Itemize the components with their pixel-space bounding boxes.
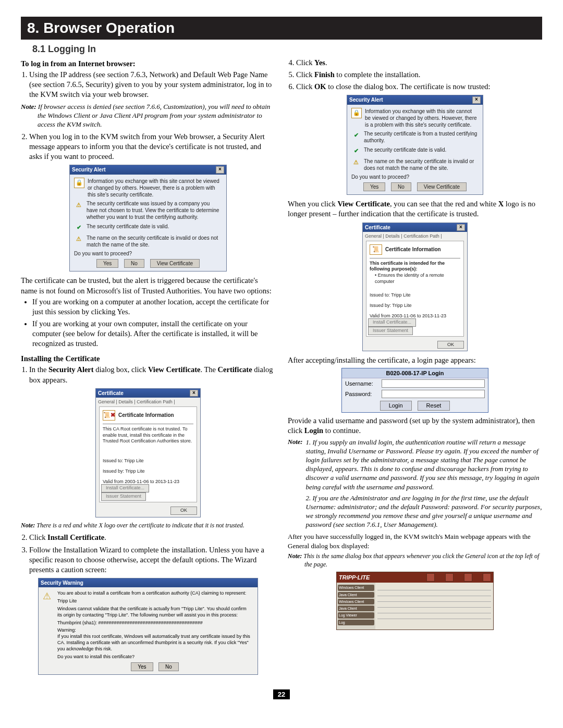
install-steps-right: Click Yes. Click Finish to complete the … — [296, 58, 542, 92]
note-red-x: Note: There is a red and white X logo ov… — [21, 522, 275, 530]
password-input[interactable] — [382, 390, 485, 398]
no-button[interactable]: No — [158, 662, 179, 671]
dialog-title: Security Alert — [72, 166, 106, 173]
options-list: If you are working on a computer at anot… — [32, 297, 275, 349]
install-steps: In the Security Alert dialog box, click … — [29, 365, 275, 385]
sidebar-item[interactable]: Windows Client — [338, 599, 374, 604]
step-4: Click Yes. — [296, 58, 542, 68]
login-title: B020-008-17-IP Login — [342, 368, 488, 379]
warning-icon: ⚠ — [74, 200, 83, 209]
chapter-title: 8. Browser Operation — [21, 17, 542, 40]
after-login-text: After you have successfully logged in, t… — [288, 532, 542, 550]
no-button[interactable]: No — [124, 259, 144, 268]
close-icon[interactable]: × — [190, 390, 198, 397]
check-icon: ✔ — [351, 130, 361, 140]
certificate-icon: 📜 — [370, 244, 382, 255]
no-button[interactable]: No — [391, 182, 411, 191]
warning-icon: ⚠ — [351, 158, 361, 167]
sidebar-item[interactable]: Log Viewer — [338, 612, 374, 618]
login-page-intro: After accepting/installing the certifica… — [288, 355, 542, 365]
certificate-icon: 📜✖ — [103, 410, 115, 421]
username-input[interactable] — [382, 379, 485, 388]
subhead-install-cert: Installing the Certificate — [21, 354, 275, 364]
provide-credentials: Provide a valid username and password (s… — [288, 416, 542, 436]
sidebar-item[interactable]: Java Client — [338, 592, 374, 598]
sidebar-item[interactable]: Java Client — [338, 606, 374, 611]
certificate-dialog-trusted: Certificate× General | Details | Certifi… — [362, 223, 468, 352]
install-step-1: In the Security Alert dialog box, click … — [29, 365, 275, 385]
red-x-icon: ✖ — [111, 411, 115, 419]
yes-button[interactable]: Yes — [96, 259, 118, 268]
left-column: To log in from an Internet browser: Usin… — [21, 57, 275, 679]
login-button[interactable]: Login — [380, 401, 412, 411]
check-icon: ✔ — [351, 146, 361, 156]
issuer-statement-button: Issuer Statement — [368, 327, 413, 335]
username-label: Username: — [345, 380, 382, 388]
lock-icon: 🔒 — [351, 108, 362, 118]
install-certificate-button[interactable]: Install Certificate... — [368, 318, 416, 327]
sidebar-item[interactable]: Log — [338, 620, 374, 625]
subhead-login: To log in from an Internet browser: — [21, 59, 275, 69]
reset-button[interactable]: Reset — [418, 401, 450, 411]
kvm-sidebar: Windows Client Java Client Windows Clien… — [337, 583, 375, 630]
step-6: Click OK to close the dialog box. The ce… — [296, 82, 542, 92]
toolbar-icon[interactable] — [445, 573, 454, 582]
page-number: 22 — [273, 689, 290, 699]
view-certificate-button[interactable]: View Certificate — [417, 182, 467, 191]
ok-button[interactable]: OK — [437, 341, 464, 349]
note-general-dialog: Note: This is the same dialog box that a… — [288, 552, 542, 569]
ok-button[interactable]: OK — [170, 507, 197, 515]
install-steps-2: Click Install Certificate. Follow the In… — [29, 533, 275, 575]
cert-tabs[interactable]: General | Details | Certification Path | — [363, 232, 467, 240]
right-column: Click Yes. Click Finish to complete the … — [288, 57, 542, 679]
install-step-3: Follow the Installation Wizard to comple… — [29, 545, 275, 575]
issuer-statement-button: Issuer Statement — [101, 492, 146, 501]
kvm-main-page: TRIPP·LITE Windows Client Java Client Wi… — [336, 572, 494, 630]
login-steps-2: When you log in to the KVM switch from y… — [29, 132, 275, 162]
security-alert-dialog-1: Security Alert× 🔒Information you exchang… — [69, 165, 227, 272]
sidebar-item[interactable]: Windows Client — [338, 585, 374, 590]
cert-trust-explain: The certificate can be trusted, but the … — [21, 276, 275, 295]
yes-button[interactable]: Yes — [131, 662, 153, 671]
section-title: 8.1 Logging In — [32, 44, 542, 55]
login-notes: Note: 1. If you supply an invalid login,… — [288, 438, 542, 529]
security-warning-dialog: Security Warning ⚠ You are about to inst… — [38, 578, 258, 675]
step-2: When you log in to the KVM switch from y… — [29, 132, 275, 162]
step-5: Click Finish to complete the installatio… — [296, 70, 542, 80]
tripplite-logo: TRIPP·LITE — [339, 574, 370, 582]
security-alert-dialog-2: Security Alert× 🔒Information you exchang… — [347, 95, 483, 195]
login-dialog: B020-008-17-IP Login Username: Password:… — [341, 368, 488, 413]
certificate-dialog-untrusted: Certificate× General | Details | Certifi… — [95, 388, 201, 517]
close-icon[interactable]: × — [457, 224, 465, 231]
toolbar-icon[interactable] — [483, 573, 491, 582]
view-certificate-button[interactable]: View Certificate — [150, 259, 200, 268]
view-cert-paragraph: When you click View Certificate, you can… — [288, 199, 542, 219]
kvm-content — [375, 583, 493, 630]
note-browser-access: Note: If browser access is denied (see s… — [21, 102, 275, 129]
step-1: Using the IP address (see section 7.6.3,… — [29, 70, 275, 100]
close-icon[interactable]: × — [216, 166, 224, 173]
login-steps: Using the IP address (see section 7.6.3,… — [29, 70, 275, 100]
toolbar-icon[interactable] — [464, 573, 472, 582]
lock-icon: 🔒 — [74, 178, 84, 188]
password-label: Password: — [345, 390, 382, 398]
toolbar-icon[interactable] — [426, 573, 435, 582]
install-certificate-button[interactable]: Install Certificate... — [101, 484, 149, 492]
warning-icon: ⚠ — [74, 235, 83, 244]
cert-tabs[interactable]: General | Details | Certification Path | — [96, 398, 200, 405]
warning-icon: ⚠ — [43, 590, 51, 603]
yes-button[interactable]: Yes — [363, 182, 385, 191]
check-icon: ✔ — [74, 223, 83, 232]
close-icon[interactable]: × — [472, 96, 481, 103]
install-step-2: Click Install Certificate. — [29, 533, 275, 542]
